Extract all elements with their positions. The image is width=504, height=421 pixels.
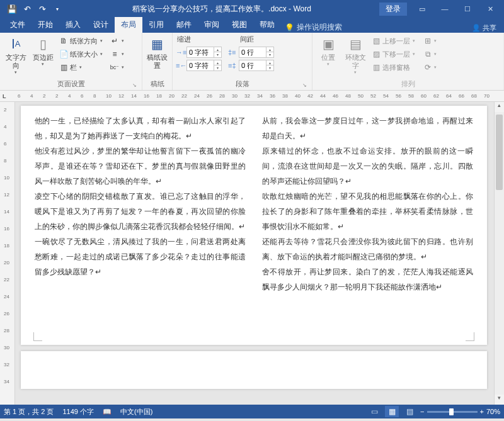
ruler-tick: 28 [219, 93, 225, 99]
ruler-corner-icon[interactable]: L [3, 93, 6, 99]
print-layout-button[interactable]: ▦ [385, 406, 399, 417]
tab-references[interactable]: 引用 [142, 17, 170, 33]
vertical-scrollbar[interactable]: ▴ ▾ [494, 102, 504, 405]
dialog-launcher-icon[interactable]: ↘ [131, 82, 137, 89]
tab-help[interactable]: 帮助 [253, 17, 281, 33]
web-layout-button[interactable]: ▤ [403, 406, 416, 417]
read-mode-button[interactable]: ▭ [367, 406, 381, 417]
scroll-down-icon[interactable]: ▾ [495, 395, 504, 405]
page-status[interactable]: 第 1 页，共 2 页 [4, 407, 54, 417]
minimize-button[interactable]: ― [433, 0, 456, 18]
line-numbers-button[interactable]: ≡▾ [108, 48, 126, 60]
rotate-button[interactable]: ⟳▾ [422, 61, 438, 74]
margins-button[interactable]: ▯ 页边距 ▾ [30, 35, 55, 69]
indent-right-field[interactable] [187, 62, 214, 69]
columns-button[interactable]: ▥栏▾ [57, 61, 106, 74]
zoom-slider-handle[interactable] [449, 408, 454, 415]
paragraph[interactable]: 舍不得放开，再让梦回来。染白了的发，茫茫人海我还能逐风飘寻多少人间烟火？那一轮明… [262, 264, 473, 295]
indent-left-input[interactable]: ▴▾ [186, 47, 222, 58]
paragraph[interactable]: 从前，我会靠这一梦度日过年，这一梦我拼命地追，再醒过来却是白天。↵ [262, 113, 473, 143]
tab-view[interactable]: 视图 [226, 17, 253, 33]
redo-button[interactable]: ↷ [35, 2, 49, 16]
group-objects-button[interactable]: ⧉▾ [422, 48, 438, 60]
spin-down-icon[interactable]: ▾ [214, 65, 221, 70]
zoom-out-button[interactable]: − [420, 408, 424, 415]
document-scroll[interactable]: 他的一生，已经描绘了太多认真，却有着一副山水人家引起了他，却又是为了她再葬送了一… [15, 102, 494, 405]
column-1[interactable]: 他的一生，已经描绘了太多认真，却有着一副山水人家引起了他，却又是为了她再葬送了一… [35, 113, 246, 320]
tab-insert[interactable]: 插入 [59, 17, 87, 33]
scrollbar-track[interactable] [495, 112, 504, 395]
ribbon-display-icon[interactable]: ▭ [411, 0, 433, 18]
zoom-level[interactable]: 70% [486, 408, 500, 415]
spellcheck-icon[interactable]: 📖 [103, 408, 112, 416]
document-area: 246810121416182022242628303234 他的一生，已经描绘… [0, 102, 504, 405]
wrap-text-button[interactable]: ▤环绕文字▾ [343, 35, 368, 77]
login-button[interactable]: 登录 [379, 3, 407, 16]
tab-mailings[interactable]: 邮件 [170, 17, 198, 33]
dialog-launcher-icon[interactable]: ↘ [301, 82, 307, 89]
spin-down-icon[interactable]: ▾ [266, 65, 273, 70]
tab-layout[interactable]: 布局 [115, 17, 142, 33]
word-count[interactable]: 1149 个字 [62, 407, 94, 417]
maximize-button[interactable]: ☐ [456, 0, 479, 18]
indent-right-input[interactable]: ▴▾ [186, 60, 222, 71]
tell-me[interactable]: 💡 操作说明搜索 [285, 22, 342, 33]
spin-down-icon[interactable]: ▾ [214, 52, 221, 57]
spacing-after-field[interactable] [239, 62, 266, 69]
paragraph[interactable]: 吹散红烛幽暗的光芒，望不见我的相思能飘落在你的心上。你拉长了的身影和了陈年重叠着… [262, 189, 473, 234]
selection-pane-button[interactable]: ▥选择窗格 [370, 61, 420, 74]
save-button[interactable]: 💾 [5, 2, 19, 16]
bring-forward-button[interactable]: ▧上移一层▾ [370, 35, 420, 47]
send-backward-button[interactable]: ▨下移一层▾ [370, 48, 420, 60]
zoom-in-button[interactable]: + [480, 408, 484, 415]
ruler-tick: 68 [471, 93, 477, 99]
column-2[interactable]: 从前，我会靠这一梦度日过年，这一梦我拼命地追，再醒过来却是白天。↵原来错过的怀念… [262, 113, 473, 320]
breaks-button[interactable]: ↵▾ [108, 35, 126, 47]
align-button[interactable]: ⊞▾ [422, 35, 438, 47]
share-button[interactable]: 👤 共享 [472, 23, 500, 33]
spacing-before-input[interactable]: ▴▾ [239, 47, 274, 58]
zoom-slider[interactable] [427, 411, 478, 413]
tab-design[interactable]: 设计 [87, 17, 115, 33]
paragraph[interactable]: 他的一生，已经描绘了太多认真，却有着一副山水人家引起了他，却又是为了她再葬送了一… [35, 113, 246, 143]
size-button[interactable]: 📄纸张大小▾ [57, 48, 106, 60]
spacing-after-icon: ≡‡ [228, 62, 237, 69]
ruler-horizontal[interactable]: L 64224681012141618202224262830323436384… [0, 91, 504, 102]
spin-up-icon[interactable]: ▴ [214, 60, 221, 65]
undo-button[interactable]: ↶ [20, 2, 34, 16]
tab-home[interactable]: 开始 [32, 17, 59, 33]
paragraph[interactable]: 还能再去等待？雪花只会湮没你我为彼此留下的归路。也许别离、放下命运的执着才能叫醒… [262, 234, 473, 264]
language-status[interactable]: 中文(中国) [120, 407, 152, 417]
paragraph[interactable]: 他没有惹过风沙，梦里的繁华却让他誓言留下一夜孤笛的幽冷琴声。是谁还在等？雪却还在… [35, 143, 246, 189]
scroll-up-icon[interactable]: ▴ [495, 102, 504, 112]
close-button[interactable]: ✕ [479, 0, 501, 18]
qat-customize-icon[interactable]: ▾ [50, 2, 64, 16]
spacing-before-field[interactable] [239, 48, 266, 56]
paragraph[interactable]: 凌空下心绪的阴阳交错梳散了直发。谁已忘了这触目的浮华，暖风下是谁又为了再剪了短发… [35, 189, 246, 234]
tab-file[interactable]: 文件 [4, 17, 32, 33]
spin-up-icon[interactable]: ▴ [214, 47, 221, 52]
paragraph[interactable]: 一碗饮尽了无数风尘，清风揍过了我的一生，问君送君两处离愁断难，一起走过的成诺已飘… [35, 234, 246, 279]
indent-left-field[interactable] [187, 48, 214, 56]
ruler-vertical[interactable]: 246810121416182022242628303234 [0, 102, 15, 405]
page-2[interactable] [21, 351, 487, 389]
position-button[interactable]: ▣位置▾ [316, 35, 341, 69]
ruler-tick: 22 [181, 93, 187, 99]
manuscript-button[interactable]: ▦ 稿纸设置 [146, 35, 169, 71]
chevron-down-icon: ▾ [122, 38, 124, 43]
hyphenation-button[interactable]: bc⁻▾ [108, 61, 126, 74]
orientation-button[interactable]: 🗎纸张方向▾ [57, 35, 106, 47]
chevron-down-icon: ▾ [122, 52, 124, 57]
paragraph[interactable]: 原来错过的怀念，也敌不过命运安排。放开的眼前的这一瞬间，流浪在这世间却是一次又一… [262, 143, 473, 189]
ruler-tick: 2 [55, 93, 58, 99]
spin-up-icon[interactable]: ▴ [266, 60, 273, 65]
spin-down-icon[interactable]: ▾ [266, 52, 273, 57]
scrollbar-thumb[interactable] [496, 115, 503, 190]
tab-review[interactable]: 审阅 [198, 17, 226, 33]
manuscript-label: 稿纸设置 [147, 53, 168, 70]
spacing-after-input[interactable]: ▴▾ [239, 60, 274, 71]
text-direction-button[interactable]: ⅠA 文字方向 ▾ [3, 35, 28, 77]
ruler-tick: 40 [295, 93, 301, 99]
spin-up-icon[interactable]: ▴ [266, 47, 273, 52]
page-1[interactable]: 他的一生，已经描绘了太多认真，却有着一副山水人家引起了他，却又是为了她再葬送了一… [21, 106, 487, 345]
